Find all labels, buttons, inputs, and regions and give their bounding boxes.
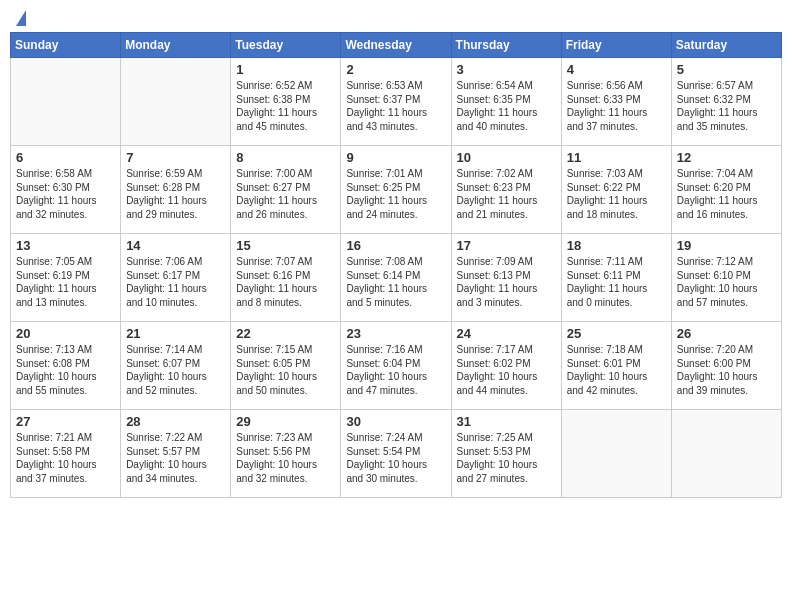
calendar-cell: [121, 58, 231, 146]
calendar-cell: 5Sunrise: 6:57 AM Sunset: 6:32 PM Daylig…: [671, 58, 781, 146]
day-number: 19: [677, 238, 776, 253]
day-number: 1: [236, 62, 335, 77]
calendar-cell: 4Sunrise: 6:56 AM Sunset: 6:33 PM Daylig…: [561, 58, 671, 146]
day-number: 2: [346, 62, 445, 77]
day-number: 17: [457, 238, 556, 253]
cell-content: Sunrise: 6:54 AM Sunset: 6:35 PM Dayligh…: [457, 79, 556, 133]
cell-content: Sunrise: 7:01 AM Sunset: 6:25 PM Dayligh…: [346, 167, 445, 221]
calendar-cell: 11Sunrise: 7:03 AM Sunset: 6:22 PM Dayli…: [561, 146, 671, 234]
calendar-cell: [561, 410, 671, 498]
calendar-cell: 28Sunrise: 7:22 AM Sunset: 5:57 PM Dayli…: [121, 410, 231, 498]
day-number: 27: [16, 414, 115, 429]
cell-content: Sunrise: 6:59 AM Sunset: 6:28 PM Dayligh…: [126, 167, 225, 221]
calendar-week-row: 13Sunrise: 7:05 AM Sunset: 6:19 PM Dayli…: [11, 234, 782, 322]
calendar-cell: 30Sunrise: 7:24 AM Sunset: 5:54 PM Dayli…: [341, 410, 451, 498]
cell-content: Sunrise: 7:13 AM Sunset: 6:08 PM Dayligh…: [16, 343, 115, 397]
day-number: 15: [236, 238, 335, 253]
calendar-cell: 13Sunrise: 7:05 AM Sunset: 6:19 PM Dayli…: [11, 234, 121, 322]
calendar-cell: 1Sunrise: 6:52 AM Sunset: 6:38 PM Daylig…: [231, 58, 341, 146]
logo: [14, 10, 26, 24]
day-number: 3: [457, 62, 556, 77]
cell-content: Sunrise: 7:23 AM Sunset: 5:56 PM Dayligh…: [236, 431, 335, 485]
day-header-wednesday: Wednesday: [341, 33, 451, 58]
calendar-cell: 8Sunrise: 7:00 AM Sunset: 6:27 PM Daylig…: [231, 146, 341, 234]
cell-content: Sunrise: 7:02 AM Sunset: 6:23 PM Dayligh…: [457, 167, 556, 221]
day-number: 8: [236, 150, 335, 165]
cell-content: Sunrise: 7:17 AM Sunset: 6:02 PM Dayligh…: [457, 343, 556, 397]
day-number: 11: [567, 150, 666, 165]
cell-content: Sunrise: 7:20 AM Sunset: 6:00 PM Dayligh…: [677, 343, 776, 397]
day-number: 22: [236, 326, 335, 341]
cell-content: Sunrise: 7:15 AM Sunset: 6:05 PM Dayligh…: [236, 343, 335, 397]
day-number: 6: [16, 150, 115, 165]
day-number: 14: [126, 238, 225, 253]
calendar-table: SundayMondayTuesdayWednesdayThursdayFrid…: [10, 32, 782, 498]
cell-content: Sunrise: 7:08 AM Sunset: 6:14 PM Dayligh…: [346, 255, 445, 309]
cell-content: Sunrise: 7:07 AM Sunset: 6:16 PM Dayligh…: [236, 255, 335, 309]
day-number: 7: [126, 150, 225, 165]
day-number: 29: [236, 414, 335, 429]
day-header-monday: Monday: [121, 33, 231, 58]
calendar-week-row: 1Sunrise: 6:52 AM Sunset: 6:38 PM Daylig…: [11, 58, 782, 146]
cell-content: Sunrise: 6:57 AM Sunset: 6:32 PM Dayligh…: [677, 79, 776, 133]
calendar-cell: 6Sunrise: 6:58 AM Sunset: 6:30 PM Daylig…: [11, 146, 121, 234]
cell-content: Sunrise: 7:22 AM Sunset: 5:57 PM Dayligh…: [126, 431, 225, 485]
logo-triangle-icon: [16, 10, 26, 26]
calendar-cell: 7Sunrise: 6:59 AM Sunset: 6:28 PM Daylig…: [121, 146, 231, 234]
day-header-thursday: Thursday: [451, 33, 561, 58]
cell-content: Sunrise: 7:00 AM Sunset: 6:27 PM Dayligh…: [236, 167, 335, 221]
cell-content: Sunrise: 7:14 AM Sunset: 6:07 PM Dayligh…: [126, 343, 225, 397]
cell-content: Sunrise: 6:52 AM Sunset: 6:38 PM Dayligh…: [236, 79, 335, 133]
cell-content: Sunrise: 6:56 AM Sunset: 6:33 PM Dayligh…: [567, 79, 666, 133]
calendar-cell: 10Sunrise: 7:02 AM Sunset: 6:23 PM Dayli…: [451, 146, 561, 234]
calendar-cell: [671, 410, 781, 498]
cell-content: Sunrise: 7:21 AM Sunset: 5:58 PM Dayligh…: [16, 431, 115, 485]
calendar-cell: 29Sunrise: 7:23 AM Sunset: 5:56 PM Dayli…: [231, 410, 341, 498]
calendar-cell: 14Sunrise: 7:06 AM Sunset: 6:17 PM Dayli…: [121, 234, 231, 322]
day-header-friday: Friday: [561, 33, 671, 58]
calendar-cell: [11, 58, 121, 146]
day-number: 21: [126, 326, 225, 341]
day-header-tuesday: Tuesday: [231, 33, 341, 58]
calendar-cell: 16Sunrise: 7:08 AM Sunset: 6:14 PM Dayli…: [341, 234, 451, 322]
day-number: 13: [16, 238, 115, 253]
day-header-sunday: Sunday: [11, 33, 121, 58]
cell-content: Sunrise: 7:24 AM Sunset: 5:54 PM Dayligh…: [346, 431, 445, 485]
calendar-cell: 27Sunrise: 7:21 AM Sunset: 5:58 PM Dayli…: [11, 410, 121, 498]
calendar-week-row: 20Sunrise: 7:13 AM Sunset: 6:08 PM Dayli…: [11, 322, 782, 410]
day-number: 28: [126, 414, 225, 429]
day-number: 23: [346, 326, 445, 341]
calendar-cell: 19Sunrise: 7:12 AM Sunset: 6:10 PM Dayli…: [671, 234, 781, 322]
page-header: [10, 10, 782, 24]
calendar-cell: 25Sunrise: 7:18 AM Sunset: 6:01 PM Dayli…: [561, 322, 671, 410]
day-number: 9: [346, 150, 445, 165]
day-header-saturday: Saturday: [671, 33, 781, 58]
calendar-cell: 15Sunrise: 7:07 AM Sunset: 6:16 PM Dayli…: [231, 234, 341, 322]
calendar-cell: 3Sunrise: 6:54 AM Sunset: 6:35 PM Daylig…: [451, 58, 561, 146]
calendar-cell: 24Sunrise: 7:17 AM Sunset: 6:02 PM Dayli…: [451, 322, 561, 410]
cell-content: Sunrise: 7:12 AM Sunset: 6:10 PM Dayligh…: [677, 255, 776, 309]
cell-content: Sunrise: 7:18 AM Sunset: 6:01 PM Dayligh…: [567, 343, 666, 397]
day-number: 5: [677, 62, 776, 77]
cell-content: Sunrise: 7:09 AM Sunset: 6:13 PM Dayligh…: [457, 255, 556, 309]
calendar-cell: 12Sunrise: 7:04 AM Sunset: 6:20 PM Dayli…: [671, 146, 781, 234]
calendar-week-row: 6Sunrise: 6:58 AM Sunset: 6:30 PM Daylig…: [11, 146, 782, 234]
calendar-cell: 9Sunrise: 7:01 AM Sunset: 6:25 PM Daylig…: [341, 146, 451, 234]
calendar-header-row: SundayMondayTuesdayWednesdayThursdayFrid…: [11, 33, 782, 58]
day-number: 24: [457, 326, 556, 341]
calendar-cell: 23Sunrise: 7:16 AM Sunset: 6:04 PM Dayli…: [341, 322, 451, 410]
cell-content: Sunrise: 7:16 AM Sunset: 6:04 PM Dayligh…: [346, 343, 445, 397]
calendar-week-row: 27Sunrise: 7:21 AM Sunset: 5:58 PM Dayli…: [11, 410, 782, 498]
day-number: 4: [567, 62, 666, 77]
calendar-cell: 31Sunrise: 7:25 AM Sunset: 5:53 PM Dayli…: [451, 410, 561, 498]
day-number: 20: [16, 326, 115, 341]
calendar-cell: 17Sunrise: 7:09 AM Sunset: 6:13 PM Dayli…: [451, 234, 561, 322]
calendar-cell: 18Sunrise: 7:11 AM Sunset: 6:11 PM Dayli…: [561, 234, 671, 322]
cell-content: Sunrise: 7:05 AM Sunset: 6:19 PM Dayligh…: [16, 255, 115, 309]
day-number: 31: [457, 414, 556, 429]
calendar-cell: 2Sunrise: 6:53 AM Sunset: 6:37 PM Daylig…: [341, 58, 451, 146]
cell-content: Sunrise: 7:25 AM Sunset: 5:53 PM Dayligh…: [457, 431, 556, 485]
calendar-cell: 21Sunrise: 7:14 AM Sunset: 6:07 PM Dayli…: [121, 322, 231, 410]
cell-content: Sunrise: 6:53 AM Sunset: 6:37 PM Dayligh…: [346, 79, 445, 133]
calendar-cell: 20Sunrise: 7:13 AM Sunset: 6:08 PM Dayli…: [11, 322, 121, 410]
